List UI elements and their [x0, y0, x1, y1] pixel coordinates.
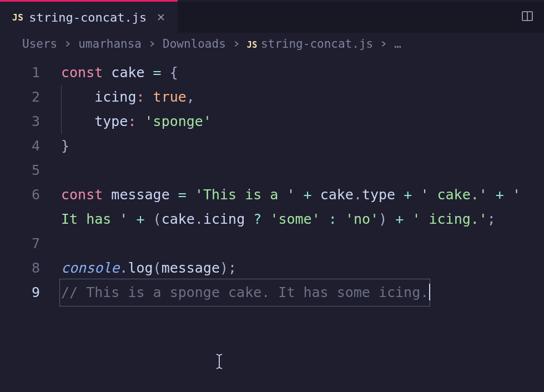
code-line[interactable]: 8 console.log(message);	[0, 256, 544, 280]
token-string: ' icing.'	[412, 211, 487, 227]
indent-guide	[61, 85, 62, 109]
token-string: 'some'	[270, 211, 320, 227]
js-icon: JS	[247, 40, 258, 50]
token-identifier: message	[162, 260, 220, 276]
token-operator: +	[304, 187, 312, 203]
breadcrumb-filename: string-concat.js	[261, 37, 373, 51]
breadcrumb-item[interactable]: Users	[22, 37, 57, 51]
token-brace: {	[170, 64, 178, 81]
line-number: 2	[0, 85, 61, 109]
token-comma: ,	[187, 89, 195, 105]
token-string: 'sponge'	[145, 113, 211, 129]
editor-area[interactable]: 1 const cake = { 2 icing: true, 3 type: …	[0, 55, 544, 305]
breadcrumb[interactable]: Users umarhansa Downloads JSstring-conca…	[0, 33, 544, 55]
token-identifier: message	[111, 187, 169, 203]
line-number: 9	[0, 280, 61, 305]
token-paren: (	[153, 211, 162, 227]
code-line[interactable]: 1 const cake = {	[0, 61, 544, 85]
token-operator: =	[153, 64, 162, 81]
line-number: 1	[0, 61, 61, 85]
code-line[interactable]: 2 icing: true,	[0, 85, 544, 109]
token-dot: .	[354, 187, 362, 203]
code-line[interactable]: 9 // This is a sponge cake. It has some …	[0, 280, 544, 305]
breadcrumb-item[interactable]: Downloads	[163, 37, 226, 51]
token-operator: :	[329, 211, 337, 227]
token-operator: +	[136, 211, 144, 227]
token-colon: :	[136, 89, 144, 105]
split-editor-icon[interactable]	[521, 9, 534, 25]
token-identifier: cake	[162, 211, 195, 227]
close-icon[interactable]	[155, 12, 167, 23]
token-dot: .	[195, 211, 203, 227]
token-identifier: cake	[320, 187, 354, 203]
token-paren: )	[379, 211, 387, 227]
code-line[interactable]: 3 type: 'sponge'	[0, 109, 544, 134]
code-line[interactable]: 6 const message = 'This is a ' + cake.ty…	[0, 183, 544, 232]
token-string: 'This is a '	[195, 187, 295, 203]
token-operator: +	[404, 187, 412, 203]
token-semicolon: ;	[487, 211, 496, 227]
breadcrumb-trail[interactable]: …	[394, 37, 401, 51]
token-operator: +	[496, 187, 504, 203]
chevron-right-icon	[148, 37, 156, 51]
token-operator: ?	[253, 211, 261, 227]
token-identifier: type	[362, 187, 395, 203]
token-paren: (	[153, 260, 162, 276]
token-semicolon: ;	[228, 260, 236, 276]
token-comment: // This is a sponge cake. It has some ic…	[61, 284, 429, 300]
token-string: ' cake.'	[420, 187, 487, 203]
tab-filename: string-concat.js	[29, 11, 147, 24]
token-operator: +	[395, 211, 404, 227]
line-number: 5	[0, 158, 61, 183]
tabs-area: JS string-concat.js	[0, 2, 544, 33]
token-keyword: const	[61, 64, 103, 81]
token-property: icing	[94, 89, 136, 105]
token-string: 'no'	[345, 211, 379, 227]
breadcrumb-item[interactable]: umarhansa	[78, 37, 142, 51]
chevron-right-icon	[233, 37, 240, 51]
code-line[interactable]: 4 }	[0, 134, 544, 158]
code-line[interactable]: 5	[0, 158, 544, 183]
token-function: log	[128, 260, 153, 276]
line-number: 8	[0, 256, 61, 280]
token-object: console	[61, 260, 119, 276]
token-identifier: icing	[203, 211, 245, 227]
js-icon: JS	[12, 12, 23, 23]
token-dot: .	[119, 260, 128, 276]
text-caret	[429, 284, 430, 300]
token-identifier: cake	[111, 64, 144, 81]
line-number: 3	[0, 109, 61, 134]
ibeam-cursor-icon	[214, 353, 224, 372]
breadcrumb-file[interactable]: JSstring-concat.js	[247, 37, 373, 51]
chevron-right-icon	[64, 37, 72, 51]
code-line[interactable]: 7	[0, 232, 544, 256]
token-operator: =	[178, 187, 187, 203]
chevron-right-icon	[380, 37, 387, 51]
token-keyword: const	[61, 187, 103, 203]
indent-guide	[61, 109, 62, 134]
editor-tab[interactable]: JS string-concat.js	[0, 2, 178, 33]
token-colon: :	[128, 113, 136, 129]
token-property: type	[94, 113, 128, 129]
line-number: 6	[0, 183, 61, 207]
line-number: 7	[0, 232, 61, 256]
token-brace: }	[61, 138, 69, 154]
token-paren: )	[220, 260, 228, 276]
token-boolean: true	[153, 89, 187, 105]
line-number: 4	[0, 134, 61, 158]
